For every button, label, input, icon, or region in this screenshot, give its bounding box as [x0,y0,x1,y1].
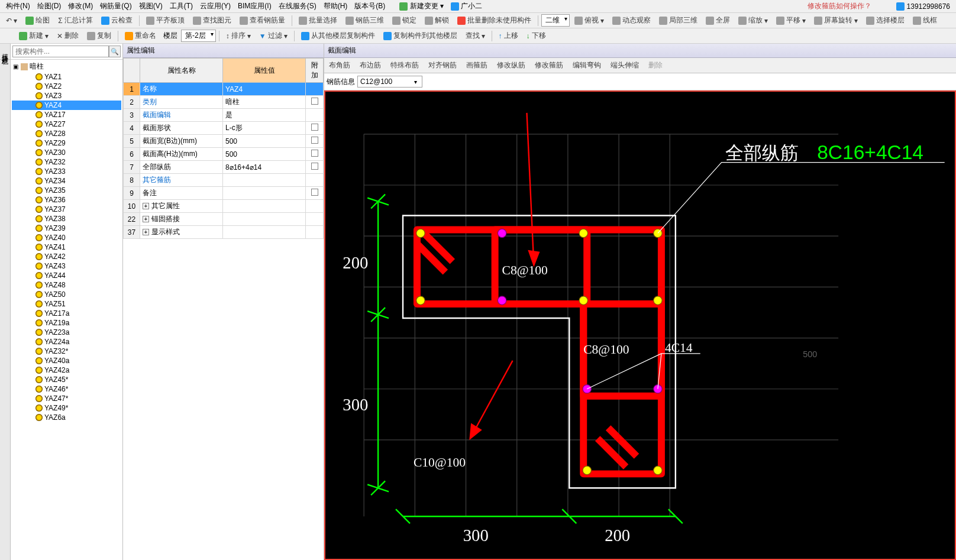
tree-item[interactable]: YAZ40a [12,356,121,365]
undo-button[interactable]: ↶ ▾ [2,15,21,26]
tree-item[interactable]: YAZ42a [12,365,121,375]
move-up-button[interactable]: ↑ 上移 [495,30,522,42]
tree-item[interactable]: YAZ6a [12,413,121,422]
menu-item[interactable]: 视图(V) [135,0,166,12]
tree-item[interactable]: YAZ27 [12,119,121,129]
rotate-button[interactable]: 屏幕旋转 ▾ [810,14,861,27]
menu-item[interactable]: 构件(N) [2,0,34,12]
property-row[interactable]: 9备注 [124,187,324,200]
tree-item[interactable]: YAZ48 [12,280,121,290]
tree-item[interactable]: YAZ34 [12,176,121,186]
checkbox-icon[interactable] [311,137,318,144]
tree-item[interactable]: YAZ17 [12,110,121,119]
checkbox-icon[interactable] [311,163,318,170]
tree-item[interactable]: YAZ51 [12,299,121,309]
bird-view-button[interactable]: 俯视 ▾ [571,14,608,27]
property-row[interactable]: 3截面编辑是 [124,109,324,122]
cloud-check-button[interactable]: 云检查 [98,14,136,27]
section-canvas[interactable]: 200 300 300 200 [324,90,956,560]
tab-align[interactable]: 对齐钢筋 [424,58,461,73]
tab-stirrup[interactable]: 画箍筋 [461,58,492,73]
find-button[interactable]: 查找 ▾ [462,30,489,42]
find-elem-button[interactable]: 查找图元 [189,14,235,27]
tree-item[interactable]: YAZ45* [12,375,121,384]
flat-button[interactable]: 平齐板顶 [143,14,188,27]
tree-item[interactable]: YAZ50 [12,290,121,299]
menu-item[interactable]: 版本号(B) [351,0,389,12]
tree-item[interactable]: YAZ32 [12,157,121,167]
tree-item[interactable]: YAZ32* [12,347,121,356]
property-row[interactable]: 37+显示样式 [124,226,324,239]
user-badge[interactable]: 13912998676 [893,1,954,12]
batch-delete-button[interactable]: 批量删除未使用构件 [454,14,535,27]
rebar-info-input[interactable] [357,76,422,88]
checkbox-icon[interactable] [311,189,318,196]
tree-item[interactable]: YAZ36 [12,195,121,205]
property-row[interactable]: 4截面形状L-c形 [124,122,324,135]
menu-item[interactable]: 工具(T) [166,0,196,12]
tree-item[interactable]: YAZ42 [12,252,121,261]
tree-item[interactable]: YAZ30 [12,148,121,157]
floor-combo[interactable]: 第-2层 [181,30,216,42]
tree-item[interactable]: YAZ4 [12,101,121,110]
tab-edge[interactable]: 布边筋 [355,58,386,73]
filter-button[interactable]: ▼ 过滤 ▾ [256,30,291,42]
property-row[interactable]: 5截面宽(B边)(mm)500 [124,135,324,148]
new-change-button[interactable]: 新建变更 ▾ [396,0,447,12]
property-row[interactable]: 6截面高(H边)(mm)500 [124,148,324,161]
property-row[interactable]: 7全部纵筋8⌀16+4⌀14 [124,161,324,174]
tab-delete[interactable]: 删除 [644,58,667,73]
view-mode-combo[interactable]: 二维 [541,14,570,27]
tab-end[interactable]: 端头伸缩 [606,58,644,73]
rename-button[interactable]: 重命名 [121,30,160,42]
tab-mod-long[interactable]: 修改纵筋 [492,58,530,73]
tree-item[interactable]: YAZ35 [12,186,121,195]
tree-item[interactable]: YAZ38 [12,214,121,224]
menu-item[interactable]: 帮助(H) [320,0,351,12]
checkbox-icon[interactable] [311,98,318,105]
sort-button[interactable]: ↕ 排序 ▾ [222,30,254,42]
search-button[interactable]: 🔍 [109,46,121,57]
tree-item[interactable]: YAZ24a [12,337,121,347]
delete-button[interactable]: ✕ 删除 [53,30,82,42]
tab-corner[interactable]: 布角筋 [324,58,355,73]
property-row[interactable]: 2类别暗柱 [124,96,324,109]
menu-item[interactable]: 绘图(D) [34,0,65,12]
menu-item[interactable]: 修改(M) [64,0,96,12]
tree-item[interactable]: YAZ41 [12,242,121,252]
tree-item[interactable]: YAZ43 [12,261,121,271]
menu-item[interactable]: BIM应用(I) [234,0,275,12]
tree-root[interactable]: ▣暗柱 [12,61,121,72]
tree-item[interactable]: YAZ47* [12,394,121,403]
search-input[interactable] [12,46,109,57]
dynamic-view-button[interactable]: 动态观察 [609,14,654,27]
assistant-button[interactable]: 广小二 [447,0,486,12]
tree-item[interactable]: YAZ49* [12,403,121,413]
copy-button[interactable]: 复制 [83,30,115,42]
draw-button[interactable]: 绘图 [22,14,53,27]
zoom-button[interactable]: 缩放 ▾ [735,14,771,27]
batch-select-button[interactable]: 批量选择 [295,14,341,27]
tree-item[interactable]: YAZ17a [12,309,121,318]
select-floor-button[interactable]: 选择楼层 [863,14,908,27]
help-link[interactable]: 修改箍筋如何操作？ [804,0,875,12]
steel-3d-button[interactable]: 钢筋三维 [342,14,387,27]
property-row[interactable]: 10+其它属性 [124,200,324,213]
tree-item[interactable]: YAZ1 [12,72,121,82]
copy-from-button[interactable]: 从其他楼层复制构件 [298,30,379,42]
tab-hook[interactable]: 编辑弯钩 [568,58,606,73]
menu-item[interactable]: 钢筋量(Q) [96,0,135,12]
checkbox-icon[interactable] [311,150,318,157]
wireframe-button[interactable]: 线框 [909,14,941,27]
new-button[interactable]: 新建 ▾ [15,30,52,42]
tree-item[interactable]: YAZ19a [12,318,121,328]
tab-mod-stirrup[interactable]: 修改箍筋 [530,58,568,73]
tree-item[interactable]: YAZ29 [12,138,121,148]
tree-item[interactable]: YAZ39 [12,224,121,233]
property-row[interactable]: 8其它箍筋 [124,174,324,187]
tree-item[interactable]: YAZ37 [12,205,121,214]
tree-item[interactable]: YAZ44 [12,271,121,280]
tree-item[interactable]: YAZ46* [12,384,121,394]
tree-item[interactable]: YAZ3 [12,91,121,101]
lock-button[interactable]: 锁定 [389,14,420,27]
